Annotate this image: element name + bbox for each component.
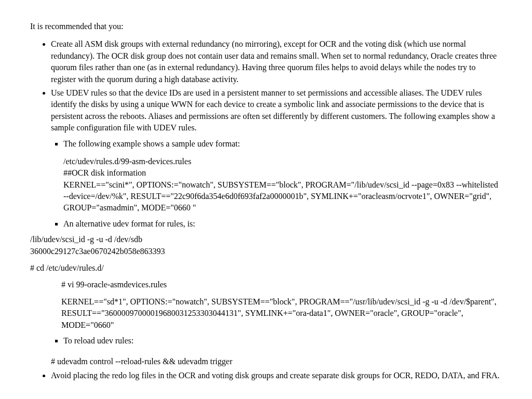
list-item-asm: Create all ASM disk groups with external…: [51, 38, 502, 85]
code-vi: # vi 99-oracle-asmdevices.rules: [61, 279, 502, 290]
code2-line2: 36000c29127c3ae0670242b058e863393: [30, 246, 502, 257]
sub-list: The following example shows a sample ude…: [51, 138, 502, 230]
code2-line1: /lib/udev/scsi_id -g -u -d /dev/sdb: [30, 234, 502, 245]
code1-line1: /etc/udev/rules.d/99-asm-devices.rules: [63, 156, 502, 167]
code-block-2: /lib/udev/scsi_id -g -u -d /dev/sdb 3600…: [30, 234, 502, 257]
list-item-udev: Use UDEV rules so that the device IDs ar…: [51, 87, 502, 230]
code-cd: # cd /etc/udev/rules.d/: [30, 262, 502, 274]
main-list: Create all ASM disk groups with external…: [30, 38, 502, 230]
main-list-cont: To reload udev rules: # udevadm control …: [30, 335, 502, 381]
code1-line2: ##OCR disk information: [63, 167, 502, 179]
udev-text: Use UDEV rules so that the device IDs ar…: [51, 88, 495, 132]
sub-item-example1: The following example shows a sample ude…: [63, 138, 502, 214]
intro-text: It is recommended that you:: [30, 21, 502, 32]
code1-line3: KERNEL=="scini*", OPTIONS:="nowatch", SU…: [63, 179, 502, 214]
code-block-1: /etc/udev/rules.d/99-asm-devices.rules #…: [63, 156, 502, 214]
list-item-avoid: Avoid placing the redo log files in the …: [51, 370, 502, 381]
code-udevadm: # udevadm control --reload-rules && udev…: [51, 356, 502, 367]
sub-item-reload: To reload udev rules:: [63, 335, 502, 347]
sub1-text: The following example shows a sample ude…: [63, 139, 240, 148]
sub-item-alt: An alternative udev format for rules, is…: [63, 218, 502, 230]
code-kernel: KERNEL=="sd*1", OPTIONS:="nowatch", SUBS…: [61, 296, 502, 331]
sub-list-2: To reload udev rules:: [51, 335, 502, 347]
